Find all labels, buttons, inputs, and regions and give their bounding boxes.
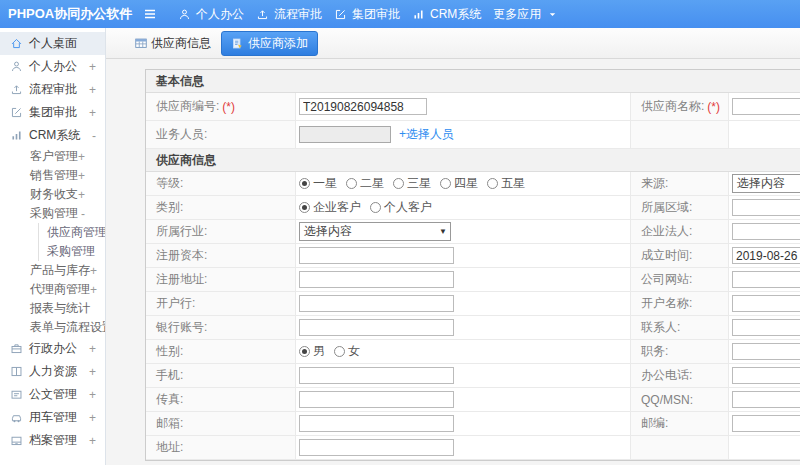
field-cell	[296, 364, 631, 387]
field-cell: 男女	[296, 340, 631, 363]
field-label-text: 办公电话:	[641, 367, 692, 384]
sidebar-item-admin-office[interactable]: 行政办公+	[0, 337, 105, 360]
field-label: 成立时间:	[631, 244, 729, 267]
grade-radio-option[interactable]: 五星	[487, 175, 525, 192]
sidebar-item-reports-stats[interactable]: 报表与统计	[0, 299, 105, 318]
address-input[interactable]	[299, 439, 454, 456]
business-person-input[interactable]	[299, 126, 391, 143]
topnav-item-workflow-approval[interactable]: 流程审批	[256, 6, 322, 23]
section-title: 基本信息	[146, 70, 800, 93]
radio-icon	[334, 346, 345, 357]
business-person-picker-link[interactable]: +选择人员	[399, 126, 454, 143]
region-input[interactable]	[732, 199, 800, 216]
gender-radio-option[interactable]: 女	[334, 343, 360, 360]
sidebar-item-label: 产品与库存	[30, 262, 90, 279]
sidebar-item-label: 公文管理	[29, 386, 77, 403]
sidebar-item-vehicle-mgmt[interactable]: 用车管理+	[0, 406, 105, 429]
radio-icon	[440, 178, 451, 189]
qq-msn-input[interactable]	[732, 391, 800, 408]
field-cell	[729, 388, 800, 411]
menu-toggle-icon[interactable]	[142, 6, 158, 22]
field-label: 办公电话:	[631, 364, 729, 387]
sidebar-item-group-approval[interactable]: 集团审批+	[0, 101, 105, 124]
registered-address-input[interactable]	[299, 271, 454, 288]
sidebar-item-label: 采购管理	[30, 205, 78, 222]
industry-select[interactable]: 选择内容▼	[299, 222, 451, 241]
grade-radio-option[interactable]: 四星	[440, 175, 478, 192]
field-label-text: 企业法人:	[641, 223, 692, 240]
sidebar-item-agent-mgmt[interactable]: 代理商管理+	[0, 280, 105, 299]
radio-label: 一星	[313, 175, 337, 192]
account-name-input[interactable]	[732, 295, 800, 312]
field-label-text: 邮箱:	[156, 415, 183, 432]
mobile-input[interactable]	[299, 367, 454, 384]
office-phone-input[interactable]	[732, 367, 800, 384]
sidebar-item-customer-mgmt[interactable]: 客户管理+	[0, 147, 105, 166]
field-label: 职务:	[631, 340, 729, 363]
book-icon	[10, 365, 23, 378]
category-radio-option[interactable]: 企业客户	[299, 199, 361, 216]
form-row: 所属行业:选择内容▼企业法人:	[146, 220, 800, 244]
supplier-add-tab[interactable]: 供应商添加	[221, 31, 318, 56]
category-radio-option[interactable]: 个人客户	[370, 199, 432, 216]
form-row: 性别:男女职务:	[146, 340, 800, 364]
sidebar-item-sales-mgmt[interactable]: 销售管理+	[0, 166, 105, 185]
source-select[interactable]: 选择内容▼	[732, 174, 800, 193]
gender-radio-option[interactable]: 男	[299, 343, 325, 360]
sidebar-item-archive-mgmt[interactable]: 档案管理+	[0, 429, 105, 452]
bank-input[interactable]	[299, 295, 454, 312]
supplier-code-input[interactable]	[299, 98, 427, 115]
registered-capital-input[interactable]	[299, 247, 454, 264]
grade-radio-option[interactable]: 一星	[299, 175, 337, 192]
sidebar-item-purchase-mgmt[interactable]: 采购管理-	[0, 204, 105, 223]
grade-radio-option[interactable]: 三星	[393, 175, 431, 192]
supplier-info-tab[interactable]: 供应商信息	[134, 35, 211, 52]
collapse-icon: -	[92, 129, 96, 143]
radio-label: 二星	[360, 175, 384, 192]
sidebar-item-product-inventory[interactable]: 产品与库存+	[0, 261, 105, 280]
sidebar-item-human-resources[interactable]: 人力资源+	[0, 360, 105, 383]
sidebar-item-supplier-mgmt[interactable]: 供应商管理	[38, 223, 105, 242]
company-website-input[interactable]	[732, 271, 800, 288]
sidebar-item-finance-income-expense[interactable]: 财务收支+	[0, 185, 105, 204]
field-cell: 选择内容▼	[296, 220, 631, 243]
radio-icon	[393, 178, 404, 189]
sidebar-item-personal-office[interactable]: 个人办公+	[0, 55, 105, 78]
legal-person-input[interactable]	[732, 223, 800, 240]
grade-radio-option[interactable]: 二星	[346, 175, 384, 192]
founding-date-input[interactable]	[732, 247, 800, 264]
job-title-input[interactable]	[732, 343, 800, 360]
field-label: 银行账号:	[146, 316, 296, 339]
grid-icon	[134, 36, 148, 50]
topnav-item-more-apps[interactable]: 更多应用	[493, 6, 558, 23]
sidebar-item-purchase-mgmt-sub[interactable]: 采购管理	[38, 242, 105, 261]
contact-person-input[interactable]	[732, 319, 800, 336]
car-icon	[10, 411, 23, 424]
topnav-item-crm-system[interactable]: CRM系统	[412, 6, 481, 23]
sidebar-item-document-mgmt[interactable]: 公文管理+	[0, 383, 105, 406]
topnav-item-personal-office[interactable]: 个人办公	[178, 6, 244, 23]
field-label: 开户行:	[146, 292, 296, 315]
industry-select-value: 选择内容	[304, 223, 352, 240]
field-label: 地址:	[146, 436, 296, 459]
grade-radio-group: 一星二星三星四星五星	[299, 175, 534, 192]
sidebar-item-label: 销售管理	[30, 167, 78, 184]
sidebar-item-crm-system[interactable]: CRM系统-	[0, 124, 105, 147]
zip-code-input[interactable]	[732, 415, 800, 432]
app-logo: PHPOA协同办公软件	[0, 5, 126, 23]
sidebar-item-form-workflow-settings[interactable]: 表单与流程设置+	[0, 318, 105, 337]
radio-label: 五星	[501, 175, 525, 192]
topnav-label: 流程审批	[274, 6, 322, 23]
radio-label: 四星	[454, 175, 478, 192]
expand-icon: +	[89, 83, 96, 97]
sidebar-item-workflow-approval[interactable]: 流程审批+	[0, 78, 105, 101]
topnav-item-group-approval[interactable]: 集团审批	[334, 6, 400, 23]
email-input[interactable]	[299, 415, 454, 432]
bank-account-input[interactable]	[299, 319, 454, 336]
fax-input[interactable]	[299, 391, 454, 408]
sidebar-item-personal-desktop[interactable]: 个人桌面	[0, 32, 105, 55]
upload-icon	[256, 8, 269, 21]
expand-icon: +	[89, 434, 96, 448]
sidebar-item-label: CRM系统	[29, 127, 80, 144]
supplier-name-input[interactable]	[732, 98, 800, 115]
